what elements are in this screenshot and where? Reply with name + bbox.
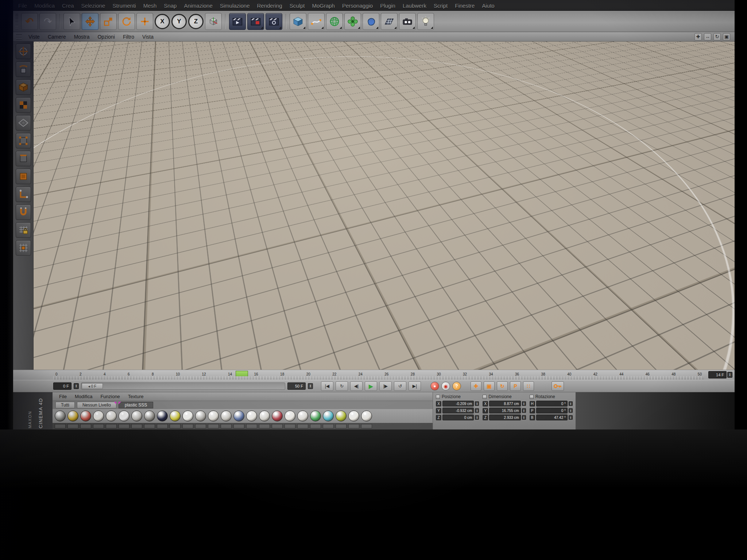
- end-frame-stepper[interactable]: ▲▼: [308, 383, 313, 389]
- material-swatch[interactable]: [259, 411, 270, 421]
- material-swatch[interactable]: [131, 411, 142, 421]
- add-modifier-button[interactable]: [344, 13, 361, 30]
- selected-material-name[interactable]: plastic SSS: [119, 402, 153, 408]
- material-swatch[interactable]: [144, 411, 155, 421]
- position-x-field[interactable]: -0.209 cm: [442, 401, 474, 407]
- rotation-p-field[interactable]: 0 °: [536, 408, 568, 413]
- material-swatch[interactable]: [285, 411, 295, 421]
- goto-end-button[interactable]: ▶|: [409, 381, 421, 391]
- menu-item-selezione[interactable]: Selezione: [78, 3, 109, 9]
- start-frame-stepper[interactable]: ▲▼: [74, 383, 79, 389]
- render-settings-button[interactable]: [266, 13, 282, 30]
- play-backwards-button[interactable]: ↻: [336, 381, 348, 391]
- play-mode-button[interactable]: ↺: [394, 381, 406, 391]
- menu-item-file[interactable]: File: [15, 3, 31, 9]
- vp-menu-mostra[interactable]: Mostra: [70, 34, 93, 40]
- vp-menu-camere[interactable]: Camere: [44, 34, 70, 40]
- position-y-field[interactable]: -0.932 cm: [442, 408, 474, 413]
- record-pla-toggle[interactable]: ∷: [523, 381, 534, 391]
- snapping-button[interactable]: [16, 240, 31, 256]
- range-slider-handle[interactable]: ◂0 F: [82, 383, 103, 389]
- material-swatch[interactable]: [170, 411, 181, 421]
- world-axis-button[interactable]: [16, 44, 31, 59]
- material-swatch[interactable]: [67, 411, 78, 421]
- menu-item-modifica[interactable]: Modifica: [31, 3, 58, 9]
- zoom-view-icon[interactable]: ↔: [704, 33, 711, 40]
- lock-y-axis-button[interactable]: Y: [171, 14, 187, 29]
- scale-tool[interactable]: [100, 13, 117, 30]
- workplane-mode-button[interactable]: [16, 115, 31, 131]
- add-light-button[interactable]: [417, 13, 434, 30]
- magnet-tool-button[interactable]: [16, 205, 31, 220]
- menu-item-sculpt[interactable]: Sculpt: [286, 3, 309, 9]
- polygons-mode-button[interactable]: [16, 169, 31, 184]
- material-swatch[interactable]: [119, 411, 129, 421]
- material-swatch[interactable]: [80, 411, 91, 421]
- size-z-field[interactable]: 2.933 cm: [489, 415, 520, 420]
- move-tool[interactable]: [82, 13, 98, 30]
- menu-item-plugin[interactable]: Plugin: [376, 3, 399, 9]
- panel-grip-icon[interactable]: [16, 34, 22, 39]
- material-swatch[interactable]: [55, 411, 66, 421]
- material-swatch[interactable]: [233, 411, 244, 421]
- autokey-button[interactable]: ◉: [441, 382, 450, 390]
- render-region-button[interactable]: [247, 13, 264, 30]
- size-x-stepper[interactable]: ▲▼: [522, 401, 526, 406]
- menu-item-mesh[interactable]: Mesh: [140, 3, 160, 9]
- model-mode-button[interactable]: [16, 79, 31, 95]
- rotation-h-stepper[interactable]: ▲▼: [569, 401, 573, 406]
- rotation-p-stepper[interactable]: ▲▼: [569, 408, 573, 413]
- material-menu-texture[interactable]: Texture: [124, 394, 147, 399]
- previous-frame-button[interactable]: ◀|: [350, 381, 363, 391]
- menu-item-animazione[interactable]: Animazione: [180, 3, 216, 9]
- redo-button[interactable]: ↷: [39, 13, 56, 30]
- material-swatch[interactable]: [221, 411, 232, 421]
- rotation-h-field[interactable]: 0 °: [536, 401, 568, 407]
- preview-range-slider[interactable]: ◂0 F: [81, 382, 285, 390]
- timeline-ruler[interactable]: 0 2 4 6 8 10 12 14 16 18 20 22 24 26 28 …: [13, 370, 735, 380]
- position-y-stepper[interactable]: ▲▼: [475, 408, 479, 413]
- points-mode-button[interactable]: [16, 133, 31, 148]
- material-swatch[interactable]: [93, 411, 104, 421]
- next-frame-button[interactable]: |▶: [379, 381, 392, 391]
- menu-item-mograph[interactable]: MoGraph: [308, 3, 338, 9]
- lock-z-axis-button[interactable]: Z: [188, 14, 204, 29]
- live-selection-tool[interactable]: [63, 13, 80, 30]
- modeling-axis-tool[interactable]: [136, 13, 153, 30]
- material-swatch[interactable]: [348, 411, 359, 421]
- add-primitive-button[interactable]: [290, 13, 306, 30]
- menu-item-personaggio[interactable]: Personaggio: [338, 3, 376, 9]
- menu-item-rendering[interactable]: Rendering: [253, 3, 286, 9]
- make-editable-button[interactable]: [16, 62, 31, 77]
- material-swatch[interactable]: [310, 411, 321, 421]
- rotation-b-field[interactable]: 47.42 °: [536, 415, 568, 420]
- viewport-3d[interactable]: Prospettiva: [34, 42, 735, 370]
- record-keyframe-button[interactable]: ●: [430, 382, 439, 390]
- material-swatch[interactable]: [246, 411, 257, 421]
- add-deformer-button[interactable]: [363, 13, 379, 30]
- material-menu-modifica[interactable]: Modifica: [71, 394, 96, 399]
- material-menu-funzione[interactable]: Funzione: [97, 394, 123, 399]
- add-spline-button[interactable]: [308, 13, 325, 30]
- maximize-view-icon[interactable]: ▣: [723, 33, 730, 40]
- material-swatch[interactable]: [323, 411, 334, 421]
- lock-workplane-button[interactable]: [16, 222, 31, 238]
- record-rotation-toggle[interactable]: ↻: [497, 381, 508, 391]
- rotation-b-stepper[interactable]: ▲▼: [569, 415, 573, 420]
- position-x-stepper[interactable]: ▲▼: [475, 401, 479, 406]
- toolbar-grip[interactable]: [15, 14, 18, 29]
- add-generator-button[interactable]: [326, 13, 343, 30]
- current-frame-stepper[interactable]: ▲▼: [727, 372, 732, 378]
- vp-menu-filtro[interactable]: Filtro: [119, 34, 138, 40]
- material-swatch[interactable]: [195, 411, 206, 421]
- coordinate-system-button[interactable]: [205, 13, 222, 30]
- texture-mode-button[interactable]: [16, 97, 31, 113]
- size-x-field[interactable]: 8.877 cm: [489, 401, 520, 407]
- rotate-tool[interactable]: [118, 13, 135, 30]
- menu-item-script[interactable]: Script: [430, 3, 451, 9]
- material-swatch[interactable]: [336, 411, 347, 421]
- menu-item-laubwerk[interactable]: Laubwerk: [399, 3, 430, 9]
- material-swatch[interactable]: [157, 411, 168, 421]
- menu-item-simulazione[interactable]: Simulazione: [216, 3, 253, 9]
- material-swatch[interactable]: [361, 411, 372, 421]
